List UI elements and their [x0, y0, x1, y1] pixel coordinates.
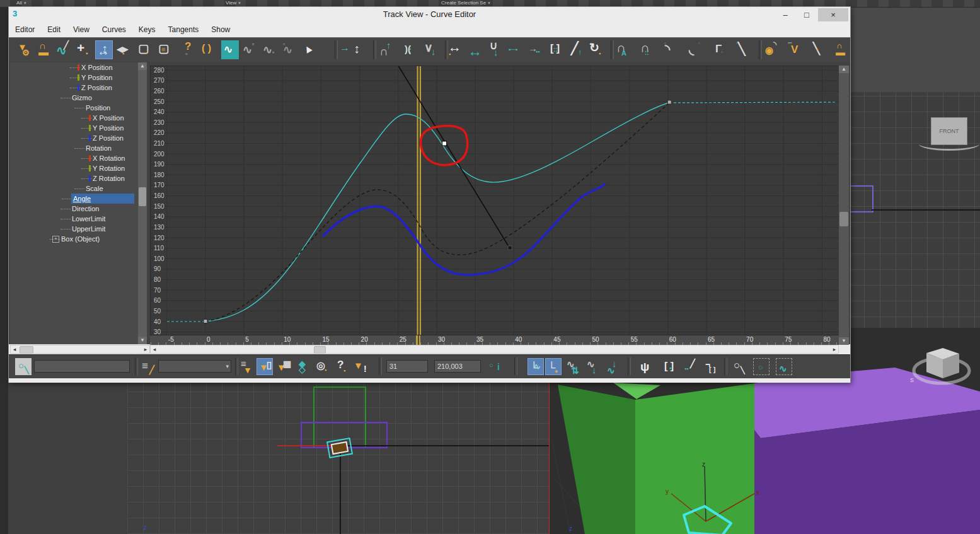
curve-graph[interactable]: 2802702602502402302202102001901801701601…: [150, 66, 840, 336]
scroll-up-icon[interactable]: ▲: [839, 66, 849, 73]
tree-item-z-rotation[interactable]: Z Rotation: [11, 173, 138, 183]
tree-expand-icon[interactable]: +: [52, 236, 59, 243]
show-tangents-toggle-button[interactable]: ◉◝: [763, 40, 780, 59]
layers-button[interactable]: ◆◇: [295, 358, 311, 375]
zoom-region-keys-button[interactable]: ¬[ ]: [703, 358, 719, 375]
isolate-curve-button[interactable]: ∿: [776, 358, 792, 375]
tree-item-position[interactable]: Position: [11, 103, 138, 113]
simplify-curve-button[interactable]: ∿: [221, 40, 239, 59]
lock-tangents-button[interactable]: ∩▬: [831, 40, 848, 59]
key-info-button[interactable]: ○i: [487, 358, 504, 375]
tree-scrollbar[interactable]: ▲ ▼: [138, 62, 147, 344]
close-button[interactable]: ×: [818, 8, 848, 21]
graph-hscrollbar-thumb[interactable]: [314, 346, 326, 354]
lock-selection-button[interactable]: ∩▬: [35, 40, 52, 59]
move-keys-button[interactable]: ↔↕: [95, 40, 113, 59]
track-set-dropdown[interactable]: ▾: [158, 360, 231, 373]
unify-tangents-button[interactable]: ∨↓: [422, 40, 439, 59]
fit-selected-button[interactable]: ∿↓: [606, 358, 622, 375]
scale-keys-button[interactable]: ▢▪: [135, 40, 153, 59]
viewcube-front-icon[interactable]: FRONT: [931, 117, 967, 145]
frame-horizontal-extents-button[interactable]: └∿: [527, 358, 544, 375]
tree-item-upperlimit[interactable]: UpperLimit: [11, 224, 138, 234]
pan-hand-button[interactable]: ψ: [636, 358, 652, 375]
reduce-keys-button[interactable]: ∿▫: [241, 40, 259, 59]
show-tangent-handles-button[interactable]: ╲▪: [808, 40, 826, 59]
time-cursor-line[interactable]: [420, 66, 421, 335]
tangent-slow-button[interactable]: ◟▫: [687, 40, 705, 59]
split-curve-button[interactable]: ╱↑: [568, 40, 585, 59]
menu-tangents[interactable]: Tangents: [162, 23, 205, 34]
time-cursor-ruler[interactable]: [419, 335, 420, 345]
show-all-tangents-button[interactable]: V▫▫: [785, 40, 803, 59]
scroll-down-icon[interactable]: ▼: [138, 337, 147, 344]
rotation-curve-cyan[interactable]: [205, 103, 669, 322]
controller-types-button[interactable]: ◎▪: [314, 358, 331, 375]
tree-item-y-rotation[interactable]: Y Rotation: [11, 163, 138, 173]
key-transport-button[interactable]: →↕: [338, 40, 364, 59]
key-selected[interactable]: [442, 141, 447, 146]
graph-scrollbar-thumb[interactable]: [839, 212, 848, 226]
key-gray[interactable]: [204, 320, 207, 323]
maximize-button[interactable]: □: [798, 8, 816, 21]
draw-curves-button[interactable]: ∿╱: [55, 40, 72, 59]
slide-horizontal-button[interactable]: ↔▪: [447, 40, 464, 59]
select-cursor-button[interactable]: ▲: [299, 40, 317, 59]
tree-item-z-position[interactable]: Z Position: [11, 83, 138, 93]
tangent-step-button[interactable]: Γ▫: [711, 40, 729, 59]
zoom-region-button[interactable]: ○: [753, 358, 770, 375]
tree-hscrollbar[interactable]: ◂ ▸: [10, 345, 150, 354]
edit-track-sets-button[interactable]: ≡╱: [140, 358, 156, 375]
scroll-left-icon[interactable]: ◂: [11, 345, 18, 353]
pan-range-button[interactable]: ↔: [467, 40, 485, 59]
tree-item-box-object-[interactable]: +Box (Object): [11, 234, 138, 244]
tangent-linear-button[interactable]: ╲▫: [735, 40, 752, 59]
time-cursor-line[interactable]: [417, 66, 418, 335]
main-toolbar-view[interactable]: View▾: [226, 0, 241, 6]
titlebar[interactable]: 3 Track View - Curve Editor – □ ×: [9, 7, 850, 23]
tree-scrollbar-thumb[interactable]: [139, 187, 146, 206]
scroll-down-icon[interactable]: ▼: [839, 337, 849, 345]
tree-item-x-position[interactable]: X Position: [11, 113, 138, 123]
zoom-tool-button[interactable]: ○╲: [730, 358, 747, 375]
tree-item-z-position[interactable]: Z Position: [11, 133, 138, 143]
tree-item-y-position[interactable]: Y Position: [11, 123, 138, 133]
tangent-auto-button[interactable]: ∩A: [615, 40, 633, 59]
tree-item-x-rotation[interactable]: X Rotation: [11, 153, 138, 163]
key-time-field[interactable]: [386, 360, 428, 373]
tree-item-x-position[interactable]: X Position: [11, 62, 138, 73]
scale-values-button[interactable]: ▢≡: [156, 40, 173, 59]
tangent-spline-button[interactable]: ∩::: [639, 40, 657, 59]
box-wireframe-purple[interactable]: [848, 185, 873, 212]
add-keys-button[interactable]: +▪: [75, 40, 93, 59]
scroll-left-icon[interactable]: ◂: [151, 345, 158, 353]
scroll-right-icon[interactable]: ▸: [831, 345, 838, 353]
cycle-keys-button[interactable]: ↻▪: [588, 40, 606, 59]
zoom-keys-button[interactable]: ╱▪▪: [683, 358, 699, 375]
tangent-fast-button[interactable]: ◝▫: [663, 40, 681, 59]
anchor-values-button[interactable]: ∪↓: [487, 40, 505, 59]
tree-item-scale[interactable]: Scale: [11, 183, 138, 194]
curve-tool-3-button[interactable]: ∿▫: [282, 40, 299, 59]
scroll-up-icon[interactable]: ▲: [138, 62, 147, 70]
key-mode-button[interactable]: ?▪: [333, 358, 350, 375]
menu-editor[interactable]: Editor: [9, 23, 41, 34]
reference-curve-dashed[interactable]: [205, 103, 669, 322]
retime-tool-button[interactable]: ?▫: [180, 40, 197, 59]
fit-values-both-button[interactable]: ∿⇅: [565, 358, 582, 375]
scroll-right-icon[interactable]: ▸: [142, 345, 149, 353]
filter-keys-button[interactable]: ▼⚙: [14, 40, 32, 59]
region-keys-button[interactable]: [ ]::: [548, 40, 565, 59]
menu-curves[interactable]: Curves: [96, 23, 132, 34]
filters-button[interactable]: ▼▯: [257, 358, 273, 375]
menu-view[interactable]: View: [67, 23, 96, 34]
tree-item-angle[interactable]: Angle: [11, 194, 138, 204]
tree-item-y-position[interactable]: Y Position: [11, 73, 138, 83]
graph-hscrollbar[interactable]: ◂ ▸: [150, 345, 839, 354]
main-toolbar-all[interactable]: All▾: [16, 0, 26, 6]
tree-hscrollbar-thumb[interactable]: [20, 346, 33, 354]
frame-value-extents-button[interactable]: └●: [545, 358, 562, 375]
insert-keys-button[interactable]: →▪▪: [527, 40, 545, 59]
menu-edit[interactable]: Edit: [41, 23, 67, 34]
selected-key-tangent-line[interactable]: [397, 66, 510, 248]
